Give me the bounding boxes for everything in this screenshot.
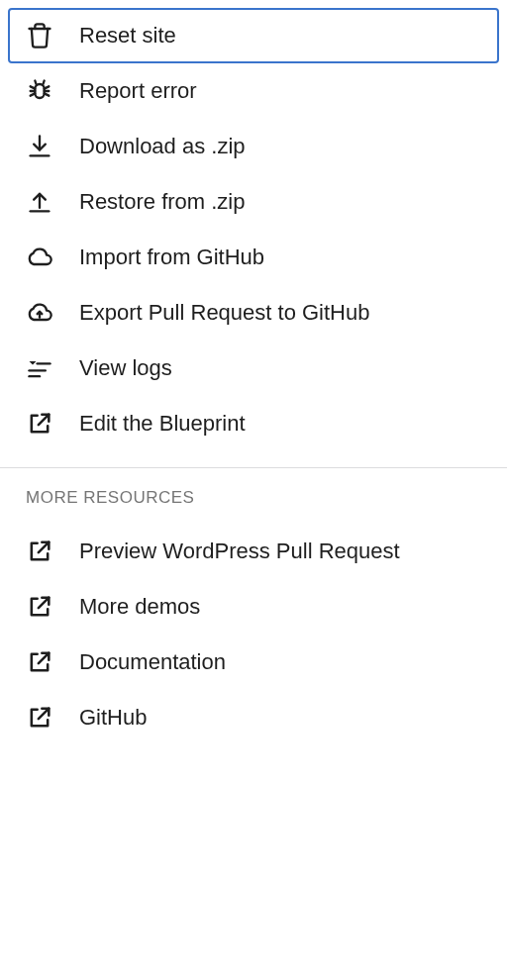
resources-header: More Resources xyxy=(0,468,507,516)
download-icon xyxy=(26,133,53,160)
import-github-item[interactable]: Import from GitHub xyxy=(8,230,499,285)
menu-item-label: Preview WordPress Pull Request xyxy=(79,539,400,564)
menu-item-label: Import from GitHub xyxy=(79,245,264,270)
documentation-item[interactable]: Documentation xyxy=(8,635,499,690)
external-icon xyxy=(26,704,53,732)
external-icon xyxy=(26,593,53,621)
edit-blueprint-item[interactable]: Edit the Blueprint xyxy=(8,396,499,451)
resources-menu: Preview WordPress Pull Request More demo… xyxy=(0,516,507,753)
menu-item-label: Export Pull Request to GitHub xyxy=(79,300,369,326)
menu-item-label: More demos xyxy=(79,594,200,620)
external-icon xyxy=(26,648,53,676)
menu-item-label: Documentation xyxy=(79,649,226,675)
preview-wp-pr-item[interactable]: Preview WordPress Pull Request xyxy=(8,524,499,579)
download-zip-item[interactable]: Download as .zip xyxy=(8,119,499,174)
export-github-item[interactable]: Export Pull Request to GitHub xyxy=(8,285,499,341)
reset-site-item[interactable]: Reset site xyxy=(8,8,499,63)
bug-icon xyxy=(26,77,53,105)
cloud-upload-icon xyxy=(26,299,53,327)
view-logs-item[interactable]: View logs xyxy=(8,341,499,396)
report-error-item[interactable]: Report error xyxy=(8,63,499,119)
trash-icon xyxy=(26,22,53,49)
menu-item-label: View logs xyxy=(79,355,172,381)
logs-icon xyxy=(26,354,53,382)
menu-item-label: GitHub xyxy=(79,705,147,731)
menu-item-label: Download as .zip xyxy=(79,134,246,159)
menu-item-label: Edit the Blueprint xyxy=(79,411,246,437)
main-menu: Reset site Report error xyxy=(0,0,507,459)
menu-item-label: Restore from .zip xyxy=(79,189,246,215)
external-icon xyxy=(26,538,53,565)
restore-zip-item[interactable]: Restore from .zip xyxy=(8,174,499,230)
menu-item-label: Reset site xyxy=(79,23,176,49)
menu-item-label: Report error xyxy=(79,78,197,104)
svg-rect-0 xyxy=(35,84,44,98)
upload-icon xyxy=(26,188,53,216)
external-icon xyxy=(26,410,53,438)
github-item[interactable]: GitHub xyxy=(8,690,499,745)
cloud-icon xyxy=(26,244,53,271)
more-demos-item[interactable]: More demos xyxy=(8,579,499,635)
